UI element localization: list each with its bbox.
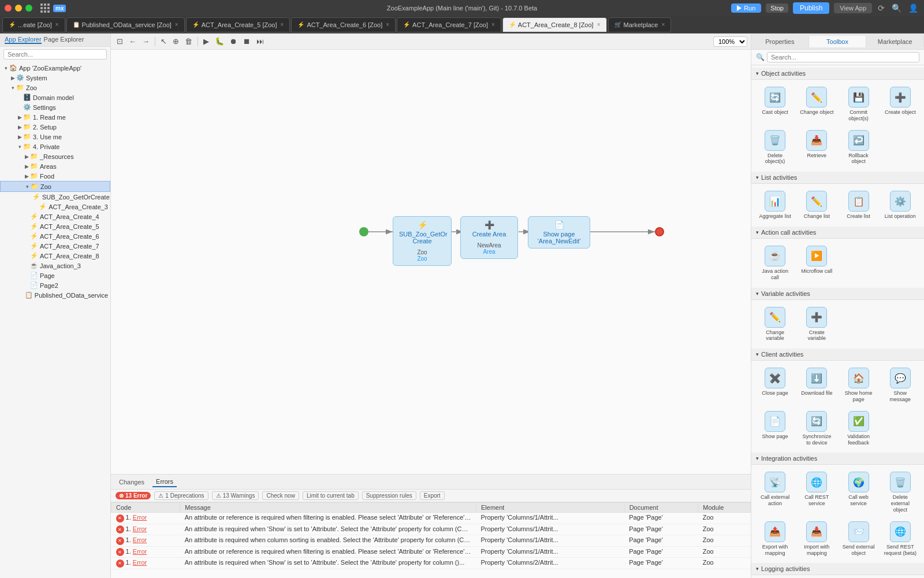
activity-item-show-home-page[interactable]: 🏠 Show home page [840,365,878,405]
user-icon[interactable]: 👤 [907,2,919,14]
tab-act-5[interactable]: ⚡ ACT_Area_Create_5 [Zoo] × [186,17,290,32]
sidebar-item-sub-zoo[interactable]: ⚡ SUB_Zoo_GetOrCreate [0,192,110,202]
flow-node-create-area[interactable]: ➕ Create Area NewArea Area [460,216,518,259]
toolbar-forward[interactable]: → [140,36,152,47]
sidebar-item-food[interactable]: ▶ 📁 Food [0,171,110,181]
tab-published-odata[interactable]: 📋 Published_OData_service [Zoo] × [66,17,185,32]
tab-close-icon[interactable]: × [597,21,601,28]
section-header-integration-activities[interactable]: ▾Integration activities [751,453,924,465]
toolbar-select[interactable]: ↖ [158,36,169,47]
tab-close-icon[interactable]: × [175,21,178,28]
toolbar-stop-debug[interactable]: ⏹ [241,36,253,47]
activity-item-aggregate-list[interactable]: 📊 Aggregate list [756,188,794,222]
section-header-client-activities[interactable]: ▾Client activities [751,349,924,361]
sidebar-item-areas[interactable]: ▶ 📁 Areas [0,161,110,171]
activity-item-delete-objects[interactable]: 🗑️ Delete object(s) [756,128,794,168]
sidebar-item-page[interactable]: 📄 Page [0,271,110,280]
sidebar-item-private[interactable]: ▾ 📁 4. Private [0,142,110,151]
section-header-variable-activities[interactable]: ▾Variable activities [751,288,924,300]
check-now-button[interactable]: Check now [262,491,299,500]
tab-close-icon[interactable]: × [661,21,665,28]
sidebar-item-zoo-folder[interactable]: ▾ 📁 Zoo [0,181,110,192]
error-code-link[interactable]: Error [133,514,147,521]
sidebar-search-input[interactable] [3,49,107,60]
tab-properties[interactable]: Properties [751,36,809,47]
activity-item-export-with-mapping[interactable]: 📤 Export with mapping [756,519,794,559]
tab-create-zoo[interactable]: ⚡ ...eate [Zoo] × [2,17,65,32]
activity-item-list-operation[interactable]: ⚙️ List operation [881,188,919,222]
page-explorer-tab[interactable]: Page Explorer [44,36,84,44]
activity-item-retrieve[interactable]: 📥 Retrieve [798,128,836,168]
activity-item-create-object[interactable]: ➕ Create object [881,84,919,124]
tab-toolbox[interactable]: Toolbox [809,36,867,47]
tab-close-icon[interactable]: × [386,21,389,28]
activity-item-download-file[interactable]: ⬇️ Download file [798,365,836,405]
activity-item-microflow-call[interactable]: ▶️ Microflow call [798,243,836,283]
toolbar-add[interactable]: ⊕ [170,36,181,47]
suppression-rules-button[interactable]: Suppression rules [362,491,416,500]
run-button[interactable]: Run [731,3,761,13]
activity-item-show-page[interactable]: 📄 Show page [756,409,794,449]
sidebar-item-settings[interactable]: ⚙️ Settings [0,102,110,112]
activity-item-create-list[interactable]: 📋 Create list [840,188,878,222]
toolbar-breakpoint[interactable]: ⏺ [228,36,240,47]
toolbar-delete[interactable]: 🗑 [182,36,195,47]
sidebar-item-act-8[interactable]: ⚡ ACT_Area_Create_8 [0,251,110,261]
flow-node-sub-zoo[interactable]: ⚡ SUB_Zoo_GetOrCreate Zoo Zoo [393,216,452,266]
activity-item-synchronize-to-device[interactable]: 🔄 Synchronize to device [798,409,836,449]
section-header-list-activities[interactable]: ▾List activities [751,172,924,184]
activity-item-java-action-call[interactable]: ☕ Java action call [756,243,794,283]
tab-close-icon[interactable]: × [491,21,495,28]
activity-item-create-variable[interactable]: ➕ Create variable [798,305,836,344]
limit-current-tab-button[interactable]: Limit to current tab [303,491,359,500]
sidebar-item-app[interactable]: ▾ 🏠 App 'ZooExampleApp' [0,63,110,73]
bottom-tab-changes[interactable]: Changes [116,477,148,487]
sidebar-item-read-me[interactable]: ▶ 📁 1. Read me [0,112,110,122]
toolbar-run[interactable]: ▶ [201,36,211,47]
sidebar-item-act-4[interactable]: ⚡ ACT_Area_Create_4 [0,212,110,221]
activity-item-close-page[interactable]: ✖️ Close page [756,365,794,405]
activity-item-delete-external-object[interactable]: 🗑️ Delete external object [881,469,919,515]
sidebar-item-zoo[interactable]: ▾ 📁 Zoo [0,83,110,92]
activity-item-change-list[interactable]: ✏️ Change list [798,188,836,222]
sidebar-item-act-3[interactable]: ⚡ ACT_Area_Create_3 [0,202,110,212]
activity-item-call-external-action[interactable]: 📡 Call external action [756,469,794,515]
tab-close-icon[interactable]: × [281,21,284,28]
sidebar-item-act-7[interactable]: ⚡ ACT_Area_Create_7 [0,241,110,251]
export-button[interactable]: Export [420,491,445,500]
toolbox-search-input[interactable] [767,52,919,62]
sidebar-item-resources[interactable]: ▶ 📁 _Resources [0,151,110,161]
sidebar-item-act-6[interactable]: ⚡ ACT_Area_Create_6 [0,231,110,241]
zoom-select[interactable]: 100% 75% 50% 150% [713,36,747,47]
error-code-link[interactable]: Error [133,525,147,532]
activity-item-send-external-object[interactable]: 📨 Send external object [840,519,878,559]
error-code-link[interactable]: Error [133,548,147,555]
sidebar-item-use-me[interactable]: ▶ 📁 3. Use me [0,132,110,142]
close-button[interactable] [5,5,12,12]
minimize-button[interactable] [15,5,22,12]
activity-item-send-rest-request[interactable]: 🌐 Send REST request (beta) [881,519,919,559]
sidebar-item-system[interactable]: ▶ ⚙️ System [0,73,110,83]
sidebar-item-domain-model[interactable]: 🗄️ Domain model [0,92,110,102]
flow-canvas[interactable]: ⚡ SUB_Zoo_GetOrCreate Zoo Zoo ➕ Create A… [111,50,751,474]
section-header-object-activities[interactable]: ▾Object activities [751,68,924,80]
app-explorer-tab[interactable]: App Explorer [5,36,42,44]
flow-node-show-page[interactable]: 📄 Show page'Area_NewEdit' [528,216,590,249]
publish-button[interactable]: Publish [793,2,829,14]
sidebar-item-published-odata[interactable]: 📋 Published_OData_service [0,290,110,300]
activity-item-commit-objects[interactable]: 💾 Commit object(s) [840,84,878,124]
activity-item-validation-feedback[interactable]: ✅ Validation feedback [840,409,878,449]
activity-item-call-web-service[interactable]: 🌍 Call web service [840,469,878,515]
app-grid-icon[interactable] [40,3,50,13]
activity-item-import-with-mapping[interactable]: 📥 Import with mapping [798,519,836,559]
stop-button[interactable]: Stop [766,3,788,13]
sidebar-item-page2[interactable]: 📄 Page2 [0,280,110,290]
history-icon[interactable]: ⟳ [877,2,886,14]
toolbar-debug[interactable]: 🐛 [213,36,226,47]
activity-item-rollback-object[interactable]: ↩️ Rollback object [840,128,878,168]
tab-act-7[interactable]: ⚡ ACT_Area_Create_7 [Zoo] × [397,17,501,32]
activity-item-show-message[interactable]: 💬 Show message [881,365,919,405]
toolbar-zoom-fit[interactable]: ⊡ [114,36,125,47]
tab-close-icon[interactable]: × [55,21,59,28]
bottom-tab-errors[interactable]: Errors [152,477,177,487]
